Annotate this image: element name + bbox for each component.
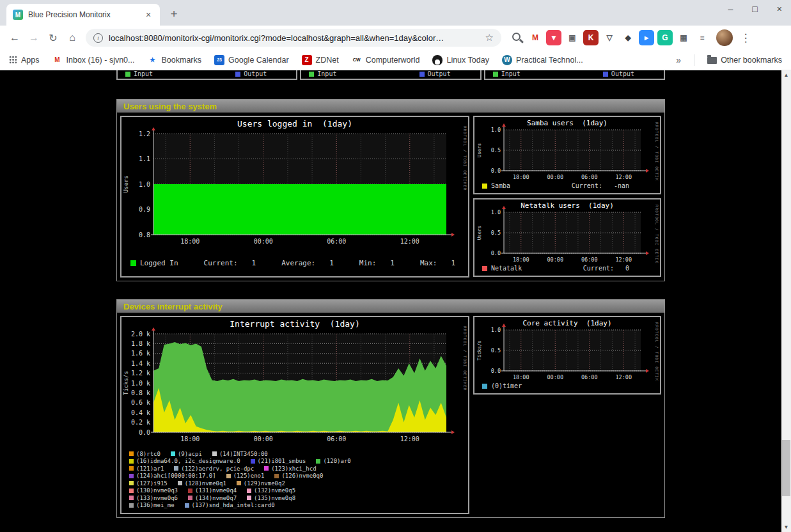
bookmark-item[interactable]: MInbox (16) - sjvn0... bbox=[52, 55, 135, 65]
legend-item: (14)INT3450:00 bbox=[212, 451, 268, 457]
current-stat: Current:-nan bbox=[572, 182, 629, 189]
other-bookmarks[interactable]: Other bookmarks bbox=[707, 56, 782, 65]
svg-text:0.6 k: 0.6 k bbox=[131, 399, 150, 406]
extensions-puzzle-icon[interactable]: ▦ bbox=[676, 30, 691, 45]
samba-users-panel: 0.00.51.018:0000:0006:0012:00Samba users… bbox=[473, 116, 661, 194]
bookmark-label: Inbox (16) - sjvn0... bbox=[67, 56, 135, 65]
stat-label: Max: bbox=[420, 259, 437, 267]
apps-shortcut[interactable]: Apps bbox=[9, 56, 40, 65]
profile-avatar[interactable] bbox=[716, 29, 733, 46]
legend-color-box bbox=[178, 481, 182, 485]
interrupt-activity-graph[interactable]: 0.00.2 k0.4 k0.6 k0.8 k1.0 k1.2 k1.4 k1.… bbox=[121, 317, 468, 445]
scrollbar-thumb[interactable] bbox=[782, 440, 790, 496]
gmail-icon[interactable]: M bbox=[528, 30, 543, 45]
samba-users-graph[interactable]: 0.00.51.018:0000:0006:0012:00Samba users… bbox=[474, 117, 660, 181]
legend-color-box bbox=[129, 451, 134, 456]
tab-list-icon[interactable]: ≡ bbox=[694, 30, 710, 45]
browser-tab[interactable]: M Blue Precision Monitorix × bbox=[6, 4, 160, 26]
svg-text:0.9: 0.9 bbox=[139, 206, 150, 213]
legend-item: (121)ar1 bbox=[129, 465, 164, 472]
zoom-icon[interactable]: ▸ bbox=[639, 30, 654, 45]
tab-close-icon[interactable]: × bbox=[143, 10, 153, 20]
browser-menu-icon[interactable]: ⋮ bbox=[739, 31, 752, 45]
pocket-icon[interactable]: ▼ bbox=[546, 30, 561, 45]
legend-item: (127)i915 bbox=[129, 480, 168, 487]
bookmark-label: Linux Today bbox=[446, 56, 489, 65]
copy-pages-icon[interactable]: ▣ bbox=[565, 30, 580, 45]
bookmark-item[interactable]: ZZDNet bbox=[302, 55, 339, 65]
search-icon[interactable] bbox=[509, 30, 524, 45]
new-tab-button[interactable]: + bbox=[165, 5, 183, 23]
other-bookmarks-label: Other bookmarks bbox=[721, 56, 782, 65]
svg-text:1.2: 1.2 bbox=[139, 130, 150, 137]
legend-color-box bbox=[603, 72, 608, 77]
legend-item: (9)acpi bbox=[171, 451, 202, 457]
bookmark-item[interactable]: Linux Today bbox=[432, 55, 489, 65]
svg-text:0.0: 0.0 bbox=[139, 429, 150, 436]
window-maximize-icon[interactable]: □ bbox=[752, 4, 757, 14]
stat-label: Current: bbox=[572, 182, 602, 189]
svg-text:1.8 k: 1.8 k bbox=[131, 340, 150, 347]
svg-text:Ticks/s: Ticks/s bbox=[476, 340, 482, 361]
scrollbar-track[interactable] bbox=[781, 80, 791, 522]
bookmark-item[interactable]: ★Bookmarks bbox=[148, 55, 202, 65]
shield-icon[interactable]: ◆ bbox=[620, 30, 636, 45]
window-controls: – □ × bbox=[728, 4, 782, 14]
tab-title: Blue Precision Monitorix bbox=[28, 10, 138, 19]
svg-text:00:00: 00:00 bbox=[547, 256, 563, 263]
grammarly-icon[interactable]: G bbox=[657, 30, 673, 45]
window-close-icon[interactable]: × bbox=[777, 4, 782, 14]
flask-icon[interactable]: ▽ bbox=[602, 30, 617, 45]
svg-text:12:00: 12:00 bbox=[615, 256, 632, 263]
cutoff-input-label: Input bbox=[317, 70, 336, 77]
legend-item: (120)ar0 bbox=[316, 458, 350, 464]
crimson-k-icon[interactable]: K bbox=[583, 30, 599, 45]
svg-text:0.8: 0.8 bbox=[139, 231, 150, 239]
vertical-scrollbar[interactable]: ▲ ▼ bbox=[781, 70, 791, 532]
reload-icon[interactable]: ↻ bbox=[43, 28, 63, 47]
bookmark-item[interactable]: 23Google Calendar bbox=[214, 55, 289, 65]
cutoff-graph-panel[interactable]: InputOutput bbox=[300, 70, 481, 80]
back-icon[interactable]: ← bbox=[5, 28, 24, 47]
svg-text:00:00: 00:00 bbox=[547, 374, 563, 380]
netatalk-users-graph[interactable]: 0.00.51.018:0000:0006:0012:00Netatalk us… bbox=[474, 199, 660, 263]
bookmark-item[interactable]: CWComputerworld bbox=[352, 55, 420, 65]
svg-text:Samba users (1day): Samba users (1day) bbox=[527, 119, 607, 127]
legend-color-box bbox=[129, 474, 134, 478]
series-legend: Samba bbox=[482, 182, 510, 189]
core-activity-graph[interactable]: 0.00.51.018:0000:0006:0012:00Core activi… bbox=[474, 317, 660, 381]
svg-text:12:00: 12:00 bbox=[615, 174, 632, 180]
legend-label: (127)i915 bbox=[136, 480, 168, 487]
interrupt-activity-legend: (8)rtc0(9)acpi(14)INT3450:00(16)idma64.0… bbox=[121, 445, 468, 513]
legend-item: (126)nvme0q0 bbox=[274, 473, 323, 479]
svg-text:2.0 k: 2.0 k bbox=[131, 331, 150, 338]
home-icon[interactable]: ⌂ bbox=[63, 28, 82, 47]
users-logged-in-graph[interactable]: 0.80.91.01.11.218:0000:0006:0012:00Users… bbox=[121, 117, 468, 249]
forward-icon[interactable]: → bbox=[24, 28, 43, 47]
stat-value: -nan bbox=[614, 182, 629, 189]
cutoff-input-label: Input bbox=[501, 70, 521, 77]
page-info-icon[interactable]: i bbox=[93, 33, 103, 43]
legend-label: (133)nvme0q6 bbox=[136, 495, 178, 501]
legend-item: (135)nvme0q8 bbox=[247, 495, 295, 501]
bookmarks-overflow-chevron[interactable]: » bbox=[676, 55, 681, 65]
address-bar[interactable]: i localhost:8080/monitorix-cgi/monitorix… bbox=[86, 29, 501, 47]
scroll-down-icon[interactable]: ▼ bbox=[781, 522, 791, 532]
legend-color-box bbox=[247, 496, 251, 500]
url-text[interactable]: localhost:8080/monitorix-cgi/monitorix.c… bbox=[109, 33, 480, 43]
cutoff-graph-panel[interactable]: InputOutput bbox=[116, 70, 297, 80]
wordpress-icon: W bbox=[502, 55, 512, 65]
legend-color-box bbox=[129, 496, 134, 500]
stat-value: 1 bbox=[329, 259, 334, 267]
legend-label: (121)ar1 bbox=[136, 465, 164, 472]
section-interrupts-title: Devices interrupt activity bbox=[123, 302, 223, 311]
legend-color-box bbox=[212, 451, 217, 456]
bookmark-star-icon[interactable]: ☆ bbox=[485, 32, 494, 43]
bookmark-item[interactable]: WPractical Technol... bbox=[502, 55, 583, 65]
legend-color-box bbox=[129, 459, 134, 464]
scroll-up-icon[interactable]: ▲ bbox=[781, 70, 791, 80]
legend-color-box bbox=[274, 474, 279, 478]
cutoff-graph-panel[interactable]: InputOutput bbox=[484, 70, 665, 80]
window-minimize-icon[interactable]: – bbox=[728, 4, 733, 14]
svg-text:Users: Users bbox=[476, 143, 482, 158]
